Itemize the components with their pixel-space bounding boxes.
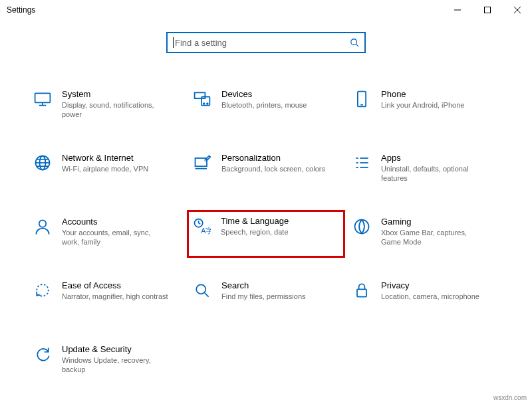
system-icon — [33, 89, 53, 109]
tile-title: Network & Internet — [62, 153, 148, 163]
titlebar: Settings — [0, 0, 532, 20]
tile-sub: Wi-Fi, airplane mode, VPN — [62, 164, 148, 173]
svg-point-11 — [203, 103, 205, 104]
tile-title: Accounts — [62, 217, 168, 227]
tile-title: Ease of Access — [62, 280, 168, 290]
tile-update-security[interactable]: Update & Security Windows Update, recove… — [30, 342, 183, 379]
tile-title: Gaming — [381, 217, 487, 227]
tile-time-language[interactable]: A字 Time & Language Speech, region, date — [187, 210, 345, 258]
tile-title: Search — [221, 280, 306, 290]
tile-title: Devices — [221, 89, 307, 99]
tile-sub: Your accounts, email, sync, work, family — [62, 228, 168, 247]
search-wrap: Find a setting — [0, 32, 532, 53]
search-icon — [350, 38, 359, 47]
tile-title: Time & Language — [221, 216, 289, 226]
tile-privacy[interactable]: Privacy Location, camera, microphone — [349, 278, 502, 315]
tile-personalization[interactable]: Personalization Background, lock screen,… — [190, 150, 342, 187]
tile-sub: Uninstall, defaults, optional features — [381, 164, 487, 183]
svg-rect-6 — [35, 93, 51, 102]
tile-sub: Display, sound, notifications, power — [62, 100, 168, 120]
tile-title: Phone — [381, 89, 464, 99]
apps-icon — [352, 153, 372, 173]
tile-devices[interactable]: Devices Bluetooth, printers, mouse — [190, 86, 342, 124]
paintbrush-icon — [192, 153, 212, 173]
time-language-icon: A字 — [192, 216, 211, 236]
watermark: wsxdn.com — [493, 394, 527, 401]
settings-grid: System Display, sound, notifications, po… — [0, 53, 532, 392]
close-button[interactable] — [502, 0, 532, 20]
tile-title: System — [62, 89, 168, 99]
tile-sub: Link your Android, iPhone — [381, 100, 464, 110]
globe-icon — [33, 153, 53, 173]
tile-gaming[interactable]: Gaming Xbox Game Bar, captures, Game Mod… — [349, 214, 502, 251]
tile-sub: Xbox Game Bar, captures, Game Mode — [381, 228, 487, 247]
lock-icon — [352, 280, 372, 300]
tile-title: Apps — [381, 153, 487, 163]
search-tile-icon — [192, 280, 212, 300]
svg-text:A字: A字 — [201, 227, 211, 235]
svg-line-31 — [199, 223, 201, 225]
phone-icon — [352, 89, 372, 109]
tile-title: Update & Security — [62, 344, 168, 354]
svg-point-33 — [355, 220, 369, 234]
svg-line-5 — [356, 45, 359, 47]
minimize-button[interactable] — [442, 0, 472, 20]
tile-system[interactable]: System Display, sound, notifications, po… — [30, 86, 183, 124]
svg-point-12 — [207, 103, 208, 104]
window-title: Settings — [7, 5, 35, 15]
svg-line-35 — [205, 293, 209, 297]
gaming-icon — [352, 217, 372, 237]
tile-sub: Find my files, permissions — [221, 292, 306, 301]
text-cursor — [173, 37, 174, 48]
tile-network-internet[interactable]: Network & Internet Wi-Fi, airplane mode,… — [30, 150, 183, 187]
tile-phone[interactable]: Phone Link your Android, iPhone — [349, 86, 502, 124]
tile-sub: Windows Update, recovery, backup — [62, 355, 168, 375]
svg-rect-1 — [484, 7, 490, 13]
tile-accounts[interactable]: Accounts Your accounts, email, sync, wor… — [30, 214, 183, 251]
tile-title: Personalization — [221, 153, 325, 163]
maximize-button[interactable] — [472, 0, 502, 20]
tile-sub: Location, camera, microphone — [381, 292, 479, 301]
search-input[interactable]: Find a setting — [166, 32, 366, 53]
person-icon — [33, 217, 53, 237]
tile-ease-of-access[interactable]: Ease of Access Narrator, magnifier, high… — [30, 278, 183, 315]
tile-sub: Bluetooth, printers, mouse — [221, 100, 307, 110]
search-placeholder: Find a setting — [175, 38, 350, 48]
update-icon — [33, 344, 53, 364]
svg-rect-9 — [195, 92, 205, 98]
ease-of-access-icon — [33, 280, 53, 300]
tile-sub: Speech, region, date — [221, 227, 289, 237]
tile-sub: Narrator, magnifier, high contrast — [62, 292, 168, 301]
tile-apps[interactable]: Apps Uninstall, defaults, optional featu… — [349, 150, 502, 187]
svg-rect-36 — [357, 289, 366, 296]
tile-sub: Background, lock screen, colors — [221, 164, 325, 173]
window-controls — [442, 0, 532, 20]
svg-point-34 — [196, 284, 205, 294]
devices-icon — [192, 89, 212, 109]
svg-point-28 — [39, 220, 47, 227]
tile-search[interactable]: Search Find my files, permissions — [190, 278, 342, 315]
svg-point-4 — [351, 39, 357, 45]
tile-title: Privacy — [381, 280, 479, 290]
